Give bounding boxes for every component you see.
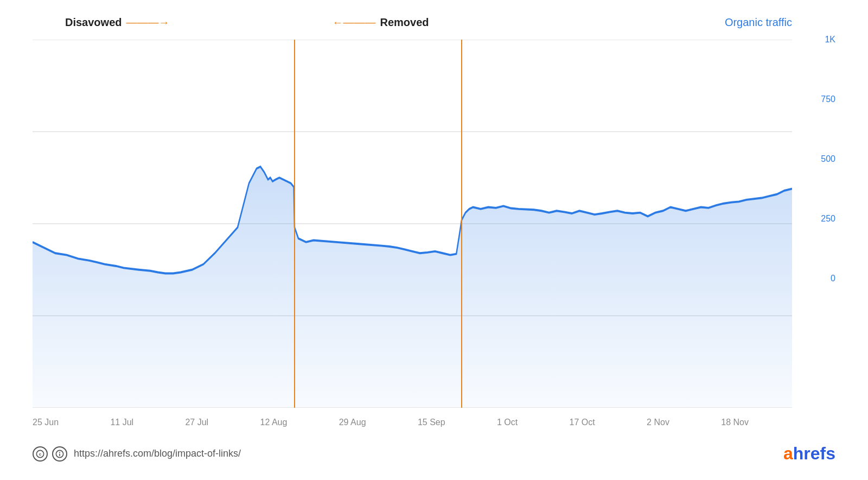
y-tick: 0 — [831, 274, 835, 283]
footer-url: https://ahrefs.com/blog/impact-of-links/ — [74, 448, 241, 459]
svg-text:c: c — [39, 451, 42, 456]
disavowed-label: Disavowed — [65, 16, 122, 29]
x-tick: 29 Aug — [339, 418, 366, 427]
x-tick: 17 Oct — [570, 418, 595, 427]
ahrefs-logo-hrefs: hrefs — [793, 444, 835, 463]
footer: c https://ahrefs.com/blog/impact-of-link… — [33, 444, 835, 464]
chart-wrapper: 1K7505002500 — [33, 40, 835, 408]
chart-inner — [33, 40, 792, 408]
removed-label: Removed — [380, 16, 429, 29]
disavowed-annotation: Disavowed ———→ — [65, 16, 169, 29]
annotations: Disavowed ———→ ←——— Removed — [65, 16, 429, 29]
x-axis: 25 Jun11 Jul27 Jul12 Aug29 Aug15 Sep1 Oc… — [33, 418, 792, 427]
x-tick: 15 Sep — [418, 418, 445, 427]
x-tick: 18 Nov — [721, 418, 749, 427]
removed-annotation: ←——— Removed — [332, 16, 429, 29]
y-tick: 250 — [821, 214, 835, 224]
info-icon — [52, 446, 67, 462]
cc-icon: c — [33, 446, 48, 462]
x-tick: 25 Jun — [33, 418, 59, 427]
footer-left: c https://ahrefs.com/blog/impact-of-link… — [33, 446, 241, 462]
x-tick: 12 Aug — [260, 418, 288, 427]
y-axis: 1K7505002500 — [792, 40, 835, 408]
y-tick: 1K — [825, 35, 835, 45]
organic-traffic-legend: Organic traffic — [725, 16, 792, 29]
chart-area-fill — [33, 167, 792, 408]
x-tick: 27 Jul — [185, 418, 208, 427]
y-tick: 750 — [821, 94, 835, 104]
chart-header: Disavowed ———→ ←——— Removed Organic traf… — [33, 16, 835, 29]
ahrefs-logo-a: a — [783, 444, 793, 463]
removed-arrow: ←——— — [332, 16, 375, 29]
x-tick: 1 Oct — [497, 418, 518, 427]
chart-svg — [33, 40, 792, 408]
ahrefs-logo: ahrefs — [783, 444, 835, 464]
x-tick: 2 Nov — [647, 418, 669, 427]
disavowed-arrow: ———→ — [126, 16, 169, 29]
footer-icons: c — [33, 446, 67, 462]
x-tick: 11 Jul — [110, 418, 133, 427]
y-tick: 500 — [821, 154, 835, 164]
